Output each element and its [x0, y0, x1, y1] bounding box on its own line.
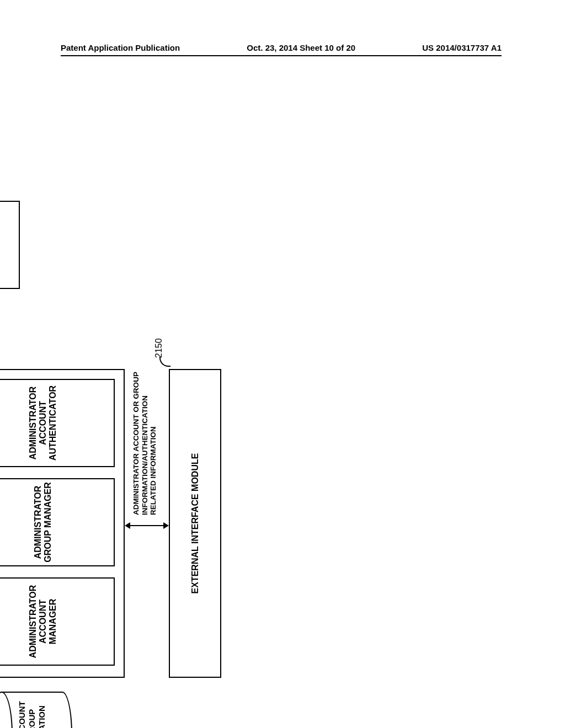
arrow-ext-info: [125, 522, 169, 529]
figure-area: FIG. 10 2130 ADMINISTRATOR ACCOUNT MANAG…: [0, 314, 481, 667]
ref-2150: 2150: [154, 338, 164, 358]
page-header: Patent Application Publication Oct. 23, …: [61, 43, 502, 52]
environment-module: ENVIRONMENTSETTINGMANAGEMENTMODULE: [0, 201, 20, 289]
header-left: Patent Application Publication: [61, 43, 180, 52]
label-ext-info: ADMINISTRATOR ACCOUNT OR GROUPINFORMATIO…: [132, 350, 158, 515]
header-right: US 2014/0317737 A1: [422, 43, 502, 52]
admin-group-manager: ADMINISTRATORGROUP MANAGER: [0, 478, 115, 566]
external-interface-module: EXTERNAL INTERFACE MODULE: [169, 369, 221, 678]
user-account-db-label: USER ACCOUNTAND GROUPINFORMATION: [17, 693, 47, 728]
admin-account-manager: ADMINISTRATORACCOUNT MANAGER: [0, 577, 115, 666]
admin-account-module: ADMINISTRATOR ACCOUNT MANAGEMENTAND AUTH…: [0, 369, 125, 678]
admin-account-authenticator: ADMINISTRATORACCOUNTAUTHENTICATOR: [0, 379, 115, 467]
leader-2150: [159, 357, 170, 367]
block-diagram: 2130 ADMINISTRATOR ACCOUNT MANAGEMENTAND…: [0, 195, 243, 728]
user-account-db: USER ACCOUNTAND GROUPINFORMATION: [1, 692, 72, 728]
header-rule: [61, 55, 502, 56]
header-center: Oct. 23, 2014 Sheet 10 of 20: [247, 43, 355, 52]
